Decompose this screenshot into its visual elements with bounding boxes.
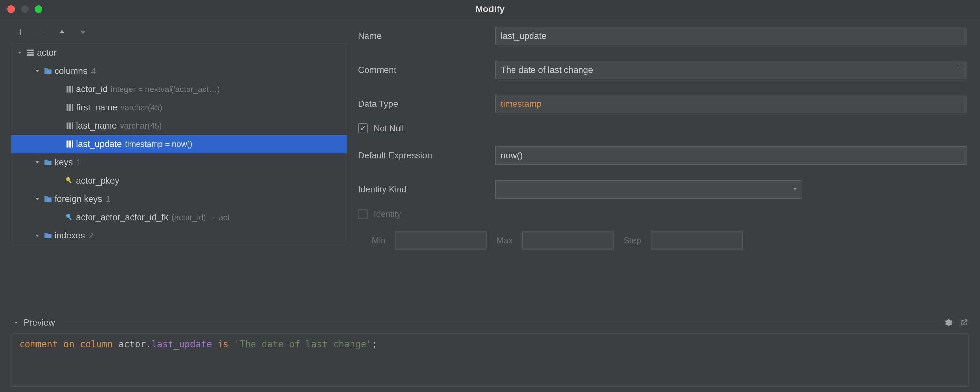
- window-maximize-button[interactable]: [35, 5, 43, 13]
- count-badge: 1: [106, 194, 111, 204]
- window-controls: [7, 0, 43, 18]
- sql-ident: actor: [118, 339, 146, 349]
- svg-rect-4: [67, 86, 68, 93]
- svg-rect-11: [69, 123, 71, 129]
- notnull-label: Not Null: [374, 123, 404, 134]
- datatype-input[interactable]: [495, 95, 967, 113]
- tree-sublabel: timestamp = now(): [125, 140, 192, 149]
- tree-toolbar: [11, 23, 347, 41]
- svg-rect-17: [68, 180, 72, 183]
- tree-row-key[interactable]: actor_pkey: [11, 172, 347, 190]
- tree-row-column[interactable]: last_name varchar(45): [11, 116, 347, 135]
- step-label: Step: [624, 236, 641, 245]
- tree-row-fkeys-group[interactable]: foreign keys 1: [11, 190, 347, 208]
- foreign-key-icon: [63, 213, 76, 222]
- step-input: [651, 231, 743, 250]
- notnull-checkbox-row[interactable]: Not Null: [358, 121, 967, 136]
- svg-rect-1: [27, 49, 34, 51]
- divider: [61, 323, 939, 323]
- comment-input[interactable]: [495, 61, 967, 79]
- tree-label: indexes: [54, 231, 85, 241]
- form-panel: Name Comment Data Type Not Null: [347, 18, 980, 312]
- min-label: Min: [372, 236, 385, 245]
- svg-rect-12: [72, 123, 73, 129]
- identity-kind-select[interactable]: [495, 180, 802, 199]
- move-down-button[interactable]: [78, 27, 88, 37]
- tree-row-keys-group[interactable]: keys 1: [11, 153, 347, 172]
- tree-label: actor_id: [76, 84, 108, 94]
- identity-label: Identity: [374, 209, 401, 219]
- svg-rect-15: [72, 141, 73, 148]
- tree-label: last_name: [76, 121, 117, 131]
- tree-sublabel: integer = nextval('actor_act…): [111, 84, 220, 94]
- max-label: Max: [496, 236, 512, 245]
- tree-row-column-selected[interactable]: last_update timestamp = now(): [11, 135, 347, 153]
- expand-icon[interactable]: [956, 63, 964, 71]
- folder-icon: [41, 158, 54, 167]
- notnull-checkbox[interactable]: [358, 123, 368, 133]
- tree-row-columns-group[interactable]: columns 4: [11, 62, 347, 80]
- default-input[interactable]: [495, 147, 967, 165]
- tree-label: actor_actor_actor_id_fk: [76, 212, 168, 223]
- svg-rect-3: [27, 54, 34, 56]
- sql-punct: ;: [372, 339, 377, 349]
- chevron-down-icon[interactable]: [33, 196, 41, 202]
- preview-header: Preview: [0, 312, 980, 333]
- sql-punct: .: [146, 339, 151, 349]
- remove-button[interactable]: [37, 27, 46, 37]
- svg-rect-8: [69, 104, 71, 111]
- column-icon: [63, 121, 76, 130]
- svg-rect-10: [67, 123, 68, 129]
- chevron-down-icon[interactable]: [33, 68, 41, 74]
- svg-rect-13: [67, 141, 68, 148]
- svg-rect-19: [68, 217, 72, 220]
- preview-code[interactable]: comment on column actor.last_update is '…: [12, 333, 968, 387]
- tree-row-table[interactable]: actor: [11, 43, 347, 62]
- window-close-button[interactable]: [7, 5, 15, 13]
- column-icon: [63, 84, 76, 94]
- sql-string: 'The date of last change': [234, 339, 371, 349]
- svg-rect-14: [69, 141, 71, 148]
- tree-sublabel: varchar(45): [120, 121, 162, 131]
- svg-rect-7: [67, 104, 68, 111]
- tree-row-column[interactable]: first_name varchar(45): [11, 98, 347, 116]
- datatype-label: Data Type: [358, 99, 495, 109]
- sql-keyword: on column: [64, 339, 119, 349]
- chevron-down-icon[interactable]: [15, 49, 24, 56]
- count-badge: 1: [77, 158, 81, 167]
- tree-label: foreign keys: [54, 194, 102, 204]
- name-input[interactable]: [495, 27, 967, 45]
- sql-keyword: is: [212, 339, 234, 349]
- default-label: Default Expression: [358, 151, 495, 161]
- identity-checkbox-row: Identity: [358, 206, 967, 221]
- tree-row-indexes-group[interactable]: indexes 2: [11, 226, 347, 245]
- tree-label: last_update: [76, 139, 122, 149]
- svg-rect-0: [38, 32, 44, 32]
- add-button[interactable]: [16, 27, 25, 37]
- name-label: Name: [358, 31, 495, 41]
- tree-row-column[interactable]: actor_id integer = nextval('actor_act…): [11, 80, 347, 98]
- chevron-down-icon[interactable]: [33, 159, 41, 165]
- folder-icon: [41, 231, 54, 240]
- chevron-down-icon[interactable]: [13, 320, 19, 326]
- tree-panel: actor columns 4 actor_id: [0, 18, 347, 312]
- window-minimize-button[interactable]: [21, 5, 29, 13]
- chevron-down-icon: [792, 185, 799, 195]
- tree-row-fkey[interactable]: actor_actor_actor_id_fk (actor_id) → act: [11, 208, 347, 226]
- comment-label: Comment: [358, 65, 495, 75]
- chevron-down-icon[interactable]: [33, 233, 41, 239]
- identity-range-row: Min Max Step: [358, 231, 967, 250]
- titlebar: Modify: [0, 0, 980, 18]
- tree-sublabel: varchar(45): [121, 103, 162, 112]
- object-tree[interactable]: actor columns 4 actor_id: [11, 43, 347, 245]
- tree-label: actor_pkey: [76, 176, 119, 186]
- column-icon: [63, 103, 76, 112]
- window-title: Modify: [475, 4, 505, 14]
- sql-column: last_update: [151, 339, 212, 349]
- max-input: [522, 231, 614, 250]
- open-external-icon[interactable]: [960, 319, 968, 327]
- count-badge: 2: [89, 231, 94, 241]
- gear-icon[interactable]: [944, 319, 953, 327]
- svg-rect-5: [69, 86, 71, 93]
- move-up-button[interactable]: [57, 27, 67, 37]
